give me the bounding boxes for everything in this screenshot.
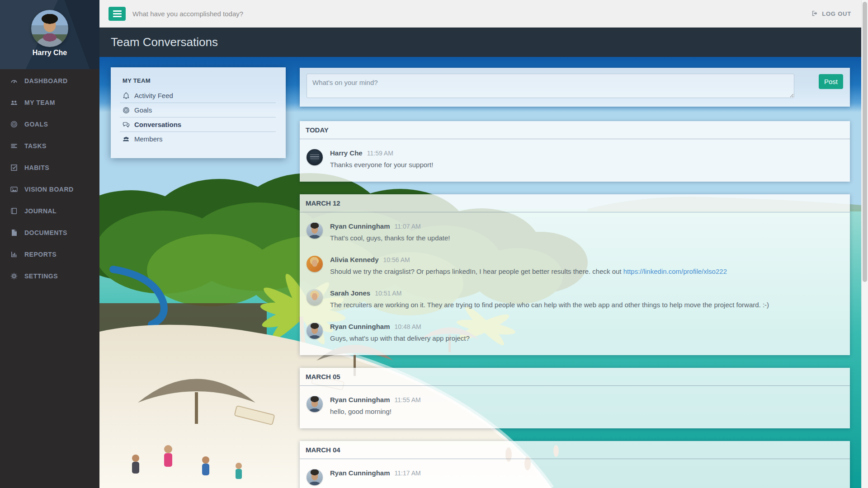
sidebar-nav: DASHBOARDMY TEAMGOALSTASKSHABITSVISION B… <box>0 69 99 287</box>
reports-icon <box>10 251 19 258</box>
post-composer: Post <box>300 68 850 107</box>
conversation-section: MARCH 12Ryan Cunningham11:07 AMThat's co… <box>300 194 850 355</box>
conversation-section: MARCH 05Ryan Cunningham11:55 AMhello, go… <box>300 368 850 428</box>
sidebar-item-label: VISION BOARD <box>24 186 74 193</box>
topbar: What have you accomplished today? LOG OU… <box>99 0 861 28</box>
sidebar-item-label: DOCUMENTS <box>24 229 67 236</box>
settings-icon <box>10 272 19 280</box>
sidebar-item-my-team[interactable]: MY TEAM <box>0 92 99 113</box>
team-panel-list: Activity FeedGoalsConversationsMembers <box>111 89 286 146</box>
user-avatar <box>307 323 323 339</box>
message-link[interactable]: https://linkedin.com/profile/xlso222 <box>623 267 727 275</box>
sidebar-item-journal[interactable]: JOURNAL <box>0 200 99 222</box>
message-author: Alivia Kennedy <box>330 256 379 263</box>
message-text: The recruiters are working on it. They a… <box>330 300 843 309</box>
logout-button[interactable]: LOG OUT <box>811 0 851 28</box>
sidebar-item-label: TASKS <box>24 142 47 150</box>
sidebar-item-habits[interactable]: HABITS <box>0 157 99 178</box>
message-time: 11:59 AM <box>367 150 393 157</box>
team-icon <box>10 99 19 106</box>
logout-icon <box>811 10 818 18</box>
sidebar-item-label: HABITS <box>24 164 49 171</box>
user-avatar <box>307 396 323 412</box>
message-text: That's cool, guys, thanks for the update… <box>330 234 843 242</box>
members-icon <box>123 136 130 143</box>
sidebar-item-reports[interactable]: REPORTS <box>0 244 99 265</box>
section-date-header: MARCH 05 <box>300 368 850 386</box>
scrollbar-thumb[interactable] <box>863 2 867 282</box>
message: Ryan Cunningham10:48 AMGuys, what's up w… <box>307 323 843 343</box>
sidebar-profile-header: Harry Che <box>0 0 99 69</box>
sidebar-item-label: GOALS <box>24 121 48 128</box>
vision-board-icon <box>10 186 19 193</box>
message-time: 10:48 AM <box>395 323 421 330</box>
sidebar-item-documents[interactable]: DOCUMENTS <box>0 222 99 244</box>
message-author: Harry Che <box>330 149 363 157</box>
message-author: Ryan Cunningham <box>330 396 390 404</box>
message-text: Thanks everyone for your support! <box>330 160 843 169</box>
message-author: Ryan Cunningham <box>330 323 390 330</box>
team-panel-item-goals[interactable]: Goals <box>120 103 276 117</box>
user-avatar <box>307 149 323 165</box>
main-area: What have you accomplished today? LOG OU… <box>99 0 861 488</box>
conversation-feed: Post TODAYHarry Che11:59 AMThanks everyo… <box>300 68 850 488</box>
team-panel-item-label: Members <box>134 135 163 143</box>
sidebar-item-label: DASHBOARD <box>24 77 68 84</box>
message-text: Should we try the craigslist? Or perhaps… <box>330 267 843 276</box>
team-panel-item-conversations[interactable]: Conversations <box>120 117 276 131</box>
message: Ryan Cunningham11:07 AMThat's cool, guys… <box>307 222 843 242</box>
page-scrollbar[interactable] <box>861 0 868 488</box>
page-title: Team Conversations <box>111 28 218 57</box>
team-panel-item-label: Activity Feed <box>134 92 173 99</box>
team-panel-item-members[interactable]: Members <box>120 131 276 146</box>
section-date-header: TODAY <box>300 121 850 139</box>
section-date-header: MARCH 04 <box>300 441 850 459</box>
message: Ryan Cunningham11:17 AM <box>307 469 843 488</box>
sidebar-item-tasks[interactable]: TASKS <box>0 135 99 157</box>
message: Alivia Kennedy10:56 AMShould we try the … <box>307 256 843 276</box>
conversation-section: MARCH 04Ryan Cunningham11:17 AM <box>300 441 850 488</box>
goals-icon <box>10 121 19 128</box>
message-time: 11:07 AM <box>395 223 421 230</box>
message-author: Sarah Jones <box>330 289 370 297</box>
sidebar-item-label: MY TEAM <box>24 99 55 106</box>
content: MY TEAM Activity FeedGoalsConversationsM… <box>99 57 861 488</box>
team-panel-item-activity-feed[interactable]: Activity Feed <box>120 89 276 103</box>
my-team-panel-title: MY TEAM <box>111 67 286 89</box>
team-panel-item-label: Conversations <box>134 121 181 128</box>
profile-avatar[interactable] <box>31 10 68 47</box>
message-time: 11:17 AM <box>395 469 421 477</box>
hamburger-icon <box>113 10 122 12</box>
message: Harry Che11:59 AMThanks everyone for you… <box>307 149 843 169</box>
message-time: 10:56 AM <box>383 256 410 263</box>
post-input[interactable] <box>307 74 794 98</box>
message-author: Ryan Cunningham <box>330 469 390 477</box>
sidebar-item-goals[interactable]: GOALS <box>0 113 99 135</box>
tasks-icon <box>10 142 19 150</box>
message-text: hello, good morning! <box>330 407 843 416</box>
logout-label: LOG OUT <box>822 10 851 17</box>
menu-button[interactable] <box>108 7 126 21</box>
sidebar-item-settings[interactable]: SETTINGS <box>0 265 99 287</box>
profile-name: Harry Che <box>0 49 99 57</box>
message-time: 11:55 AM <box>395 396 421 404</box>
sidebar-item-dashboard[interactable]: DASHBOARD <box>0 70 99 92</box>
habits-icon <box>10 164 19 171</box>
user-avatar <box>307 222 323 239</box>
section-date-header: MARCH 12 <box>300 194 850 212</box>
titlebar: Team Conversations <box>99 28 861 57</box>
sidebar: Harry Che DASHBOARDMY TEAMGOALSTASKSHABI… <box>0 0 99 488</box>
dashboard-icon <box>10 77 19 84</box>
sidebar-item-label: JOURNAL <box>24 207 57 215</box>
message: Ryan Cunningham11:55 AMhello, good morni… <box>307 396 843 416</box>
team-panel-item-label: Goals <box>134 106 152 114</box>
bell-icon <box>123 92 130 99</box>
conversation-section: TODAYHarry Che11:59 AMThanks everyone fo… <box>300 121 850 182</box>
message: Sarah Jones10:51 AMThe recruiters are wo… <box>307 289 843 309</box>
user-avatar <box>307 256 323 272</box>
my-team-panel: MY TEAM Activity FeedGoalsConversationsM… <box>111 67 286 158</box>
sidebar-item-vision-board[interactable]: VISION BOARD <box>0 178 99 200</box>
post-button[interactable]: Post <box>819 74 843 89</box>
message-text: Guys, what's up with that delivery app p… <box>330 334 843 343</box>
message-time: 10:51 AM <box>375 290 401 297</box>
